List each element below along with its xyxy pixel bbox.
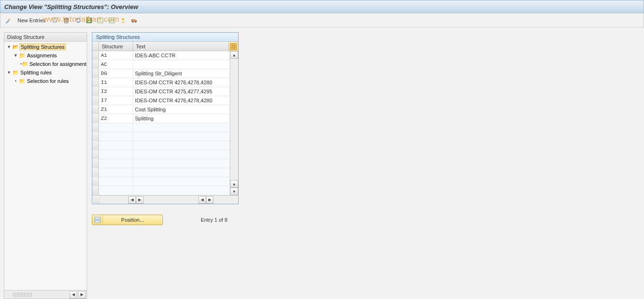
row-selector[interactable] (92, 141, 99, 150)
row-selector[interactable] (92, 78, 99, 87)
row-selector[interactable] (92, 159, 99, 168)
table-configure-icon[interactable] (229, 42, 238, 51)
scroll-left-button[interactable]: ◀ (70, 291, 77, 299)
cell-structure[interactable] (99, 168, 133, 177)
cell-text[interactable] (133, 186, 230, 195)
delete-icon[interactable] (62, 16, 71, 25)
row-selector[interactable] (92, 150, 99, 159)
row-selector[interactable] (92, 105, 99, 114)
table-row[interactable]: AC (92, 60, 230, 69)
table-row[interactable] (92, 159, 230, 168)
vertical-scrollbar[interactable]: ▲ ▲ ▼ (230, 51, 238, 195)
scroll-left-end-button[interactable]: ◀ (198, 196, 206, 204)
table-row[interactable] (92, 186, 230, 195)
scroll-up-small-button[interactable]: ▲ (230, 180, 238, 188)
position-button[interactable]: Position... (92, 215, 163, 225)
cell-text[interactable] (133, 123, 230, 132)
transport-icon[interactable] (130, 16, 139, 25)
cell-structure[interactable]: Z1 (99, 105, 133, 114)
row-selector[interactable] (92, 123, 99, 132)
cell-text[interactable] (133, 141, 230, 150)
cell-structure[interactable] (99, 159, 133, 168)
worklist-icon[interactable] (118, 16, 128, 25)
row-selector[interactable] (92, 132, 99, 141)
cell-structure[interactable]: I2 (99, 87, 133, 96)
scroll-left-button[interactable]: ◀ (128, 196, 136, 204)
expander-icon[interactable]: ▼ (6, 45, 12, 49)
cell-structure[interactable] (99, 177, 133, 186)
row-selector[interactable] (92, 114, 99, 123)
tree-node-splitting-rules[interactable]: ▼ Splitting rules (4, 68, 87, 77)
table-row[interactable]: Z2Splitting (92, 114, 230, 123)
cell-structure[interactable]: I7 (99, 96, 133, 105)
table-row[interactable] (92, 168, 230, 177)
cell-text[interactable]: Cost Splitting (133, 105, 230, 114)
column-header-text[interactable]: Text (133, 42, 229, 51)
column-header-structure[interactable]: Structure (99, 42, 133, 51)
scroll-right-end-button[interactable]: ▶ (206, 196, 214, 204)
cell-text[interactable]: IDES-OM CCTR 4276,4278,4280 (133, 78, 230, 87)
cell-structure[interactable]: I1 (99, 78, 133, 87)
horizontal-scrollbar[interactable]: ◀ ▶ ◀ ▶ (92, 195, 238, 204)
undo-icon[interactable] (73, 16, 82, 25)
table-row[interactable] (92, 177, 230, 186)
cell-text[interactable] (133, 177, 230, 186)
dialog-panel-scrollbar[interactable]: ◀ ▶ (4, 290, 87, 299)
new-entries-button[interactable]: New Entries (15, 16, 48, 25)
copy-icon[interactable] (50, 16, 60, 25)
row-selector[interactable] (92, 51, 99, 60)
row-selector[interactable] (92, 87, 99, 96)
cell-structure[interactable]: A1 (99, 51, 133, 60)
scroll-right-button[interactable]: ▶ (136, 196, 143, 204)
tree-node-splitting-structures[interactable]: ▼ Splitting Structures (4, 43, 87, 51)
expander-icon[interactable]: ▼ (6, 70, 12, 75)
cell-structure[interactable] (99, 132, 133, 141)
table-row[interactable] (92, 150, 230, 159)
row-selector[interactable] (92, 177, 99, 186)
wand-icon[interactable] (3, 16, 13, 25)
cell-text[interactable] (133, 150, 230, 159)
cell-structure[interactable]: DG (99, 69, 133, 78)
scroll-up-button[interactable]: ▲ (230, 51, 238, 59)
row-selector[interactable] (92, 96, 99, 105)
cell-text[interactable] (133, 159, 230, 168)
table-row[interactable] (92, 132, 230, 141)
expander-icon[interactable]: ▼ (13, 53, 18, 58)
table-row[interactable]: I1IDES-OM CCTR 4276,4278,4280 (92, 78, 230, 87)
tree-node-selection-for-assignments[interactable]: • Selection for assignments (4, 60, 87, 68)
cell-text[interactable] (133, 132, 230, 141)
table-row[interactable]: I7IDES-OM CCTR 4276,4278,4280 (92, 96, 230, 105)
table-row[interactable] (92, 141, 230, 150)
scroll-right-button[interactable]: ▶ (78, 291, 86, 299)
tree-node-assignments[interactable]: ▼ Assignments (4, 51, 87, 60)
cell-structure[interactable] (99, 123, 133, 132)
table-row[interactable]: Z1Cost Splitting (92, 105, 230, 114)
table-row[interactable] (92, 123, 230, 132)
row-selector[interactable] (92, 60, 99, 69)
cell-text[interactable] (133, 168, 230, 177)
cell-text[interactable] (133, 60, 230, 69)
select-block-icon[interactable] (107, 16, 116, 25)
cell-structure[interactable] (99, 186, 133, 195)
row-selector[interactable] (92, 168, 99, 177)
row-selector[interactable] (92, 69, 99, 78)
cell-text[interactable]: IDES-OM CCTR 4276,4278,4280 (133, 96, 230, 105)
row-selector[interactable] (92, 186, 99, 195)
cell-structure[interactable]: Z2 (99, 114, 133, 123)
cell-structure[interactable] (99, 150, 133, 159)
scroll-down-button[interactable]: ▼ (230, 188, 238, 195)
scroll-track[interactable] (230, 59, 238, 180)
select-all-icon[interactable] (96, 16, 105, 25)
save-icon[interactable] (84, 16, 94, 25)
table-row[interactable]: I2IDES-OM CCTR 4275,4277,4295 (92, 87, 230, 96)
cell-structure[interactable] (99, 141, 133, 150)
cell-text[interactable]: IDES-OM CCTR 4275,4277,4295 (133, 87, 230, 96)
table-row[interactable]: A1IDES-ABC CCTR (92, 51, 230, 60)
cell-structure[interactable]: AC (99, 60, 133, 69)
cell-text[interactable]: Splitting Str_Diligent (133, 69, 230, 78)
tree-node-selection-for-rules[interactable]: • Selection for rules (4, 77, 87, 85)
cell-text[interactable]: Splitting (133, 114, 230, 123)
resize-handle[interactable] (13, 292, 32, 297)
row-selector-header[interactable] (92, 42, 99, 51)
table-row[interactable]: DGSplitting Str_Diligent (92, 69, 230, 78)
